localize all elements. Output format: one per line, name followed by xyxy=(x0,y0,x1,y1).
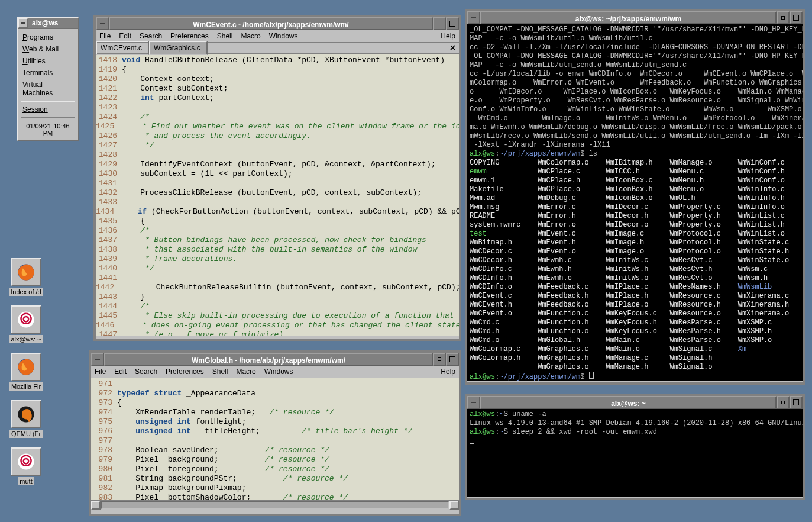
firefox-icon xyxy=(11,353,41,381)
titlebar[interactable]: WmCEvent.c - /home/alx/prj/xapps/emwm/wm… xyxy=(96,17,459,30)
titlebar[interactable]: WmGlobal.h - /home/alx/prj/xapps/emwm/wm… xyxy=(91,353,459,366)
window-menu-button[interactable] xyxy=(91,353,104,366)
editor-window-1: WmCEvent.c - /home/alx/prj/xapps/emwm/wm… xyxy=(93,15,461,341)
icon-label: alx@ws: ~ xyxy=(9,335,43,343)
minimize-button[interactable] xyxy=(433,17,446,30)
firefox-icon xyxy=(11,258,41,286)
icon-label: Index of /d xyxy=(9,288,43,296)
icon-label: Mozilla Fir xyxy=(9,382,43,391)
menu-help[interactable]: Help xyxy=(441,32,455,40)
desktop-icon[interactable]: Index of /d xyxy=(8,258,44,296)
menu-item[interactable]: Shell xyxy=(212,368,228,376)
panel-item[interactable]: Virtual Machines xyxy=(21,79,75,99)
menu-item[interactable]: Windows xyxy=(264,368,293,376)
menu-item[interactable]: Search xyxy=(140,32,162,40)
main-menu-panel: alx@ws ProgramsWeb & MailUtilitiesTermin… xyxy=(17,17,79,141)
icon-label: mutt xyxy=(18,477,34,485)
window-title: WmCEvent.c - /home/alx/prj/xapps/emwm/wm… xyxy=(109,17,433,30)
horizontal-scrollbar[interactable] xyxy=(91,500,459,510)
qemu-icon xyxy=(11,400,41,428)
panel-item[interactable]: Terminals xyxy=(21,67,75,79)
desktop-icon[interactable]: alx@ws: ~ xyxy=(8,305,44,343)
clock: 01/09/21 10:46 PM xyxy=(21,120,75,138)
desktop-icon[interactable]: QEMU (Fr xyxy=(8,400,44,438)
maximize-button[interactable] xyxy=(790,11,803,24)
panel-title: alx@ws xyxy=(28,18,78,28)
window-menu-button[interactable] xyxy=(96,17,109,30)
debian-icon xyxy=(11,305,41,334)
menu-item[interactable]: Macro xyxy=(241,32,260,40)
panel-item[interactable]: Programs xyxy=(21,31,75,43)
menu-item[interactable]: Search xyxy=(135,368,157,376)
minimize-button[interactable] xyxy=(777,396,790,409)
maximize-button[interactable] xyxy=(790,396,803,409)
close-tab-icon[interactable]: × xyxy=(450,43,455,53)
terminal-area[interactable]: _OL_COMPAT -DNO_MESSAGE_CATALOG -DMWMRCD… xyxy=(467,24,803,381)
minimize-button[interactable] xyxy=(777,11,790,24)
terminal-area[interactable]: alx@ws:~$ uname -aLinux ws 4.19.0-13-amd… xyxy=(467,409,803,497)
maximize-button[interactable] xyxy=(446,17,459,30)
menu-item[interactable]: Shell xyxy=(217,32,233,40)
terminal-window-1: alx@ws: ~/prj/xapps/emwm/wm _OL_COMPAT -… xyxy=(465,9,805,385)
editor-tab[interactable]: WmCEvent.c xyxy=(96,41,149,55)
menu-help[interactable]: Help xyxy=(441,368,455,376)
menu-item[interactable]: File xyxy=(95,368,106,376)
panel-item[interactable]: Web & Mail xyxy=(21,43,75,55)
desktop-icon[interactable]: Mozilla Fir xyxy=(8,353,44,391)
desktop-icon[interactable]: mutt xyxy=(8,447,44,485)
window-title: alx@ws: ~/prj/xapps/emwm/wm xyxy=(480,11,777,24)
menu-item[interactable]: Edit xyxy=(114,368,127,376)
window-menu-button[interactable] xyxy=(467,11,480,24)
minimize-button[interactable] xyxy=(433,353,446,366)
panel-menu-button[interactable] xyxy=(18,18,28,28)
terminal-window-2: alx@ws: ~ alx@ws:~$ uname -aLinux ws 4.1… xyxy=(465,394,805,500)
menu-item[interactable]: Windows xyxy=(269,32,298,40)
panel-item[interactable]: Utilities xyxy=(21,55,75,67)
icon-label: QEMU (Fr xyxy=(9,430,43,438)
menubar: FileEditSearchPreferencesShellMacroWindo… xyxy=(91,366,459,378)
maximize-button[interactable] xyxy=(446,353,459,366)
panel-session[interactable]: Session xyxy=(21,104,75,115)
window-menu-button[interactable] xyxy=(467,396,480,409)
window-title: alx@ws: ~ xyxy=(480,396,777,409)
debian-icon xyxy=(11,447,41,476)
panel-titlebar[interactable]: alx@ws xyxy=(18,18,78,29)
scroll-left-button[interactable] xyxy=(91,501,101,510)
menu-item[interactable]: Preferences xyxy=(170,32,209,40)
separator xyxy=(21,101,75,102)
code-area[interactable]: 1418void HandleCButtonRelease (ClientDat… xyxy=(96,54,459,336)
menu-item[interactable]: File xyxy=(99,32,111,40)
menu-item[interactable]: Macro xyxy=(236,368,255,376)
separator xyxy=(21,117,75,118)
tab-bar: WmCEvent.cWmGraphics.c × xyxy=(96,43,459,54)
menu-item[interactable]: Preferences xyxy=(166,368,204,376)
window-title: WmGlobal.h - /home/alx/prj/xapps/emwm/wm… xyxy=(104,353,433,366)
titlebar[interactable]: alx@ws: ~/prj/xapps/emwm/wm xyxy=(467,11,803,24)
code-area[interactable]: 971972typedef struct _AppearanceData973{… xyxy=(91,378,459,500)
editor-window-2: WmGlobal.h - /home/alx/prj/xapps/emwm/wm… xyxy=(89,350,461,516)
editor-tab[interactable]: WmGraphics.c xyxy=(149,41,208,55)
menu-item[interactable]: Edit xyxy=(119,32,131,40)
scroll-right-button[interactable] xyxy=(449,501,459,510)
titlebar[interactable]: alx@ws: ~ xyxy=(467,396,803,409)
